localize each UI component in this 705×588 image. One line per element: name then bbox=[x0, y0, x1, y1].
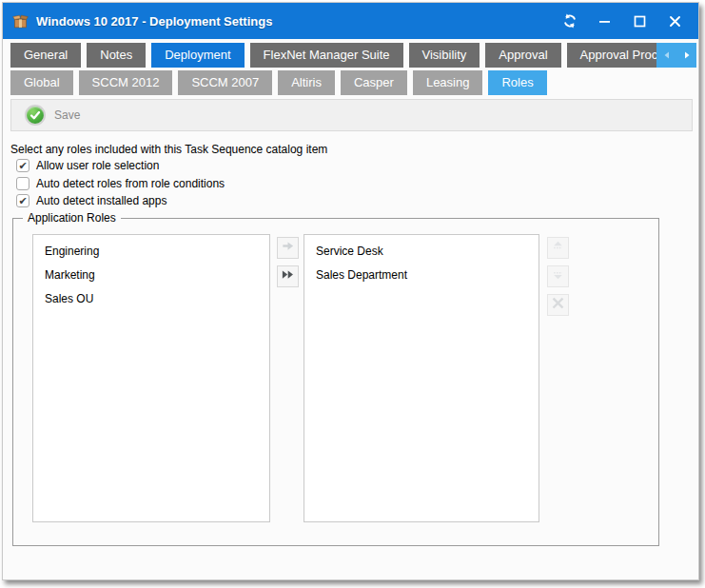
selected-roles-list[interactable]: Service Desk Sales Department bbox=[304, 234, 539, 522]
checkbox-auto-detect-roles-from-role-conditions[interactable]: Auto detect roles from role conditions bbox=[16, 176, 225, 191]
available-roles-list[interactable]: Enginering Marketing Sales OU bbox=[32, 234, 270, 522]
checkbox-label: Allow user role selection bbox=[36, 159, 159, 172]
remove-button[interactable] bbox=[547, 294, 569, 316]
window-title: Windows 10 2017 - Deployment Settings bbox=[36, 14, 272, 29]
tab-row-secondary: Global SCCM 2012 SCCM 2007 Altiris Caspe… bbox=[10, 70, 696, 95]
close-icon[interactable] bbox=[667, 13, 683, 29]
scroll-right-icon[interactable] bbox=[678, 45, 695, 66]
tab-deployment[interactable]: Deployment bbox=[151, 43, 244, 68]
minimize-icon[interactable] bbox=[597, 13, 613, 29]
checkbox-label: Auto detect installed apps bbox=[36, 194, 166, 207]
list-item[interactable]: Sales OU bbox=[33, 287, 269, 311]
application-roles-groupbox: Application Roles Enginering Marketing S… bbox=[12, 218, 659, 546]
tab-general[interactable]: General bbox=[10, 43, 81, 68]
tab-casper[interactable]: Casper bbox=[341, 70, 407, 95]
tab-visibility[interactable]: Visibility bbox=[409, 43, 480, 68]
titlebar[interactable]: Windows 10 2017 - Deployment Settings bbox=[3, 3, 698, 39]
screen: Windows 10 2017 - Deployment Settings bbox=[0, 0, 705, 588]
maximize-icon[interactable] bbox=[632, 13, 648, 29]
tab-flexnet-manager-suite[interactable]: FlexNet Manager Suite bbox=[250, 43, 403, 68]
add-selected-button[interactable] bbox=[277, 237, 299, 259]
list-item[interactable]: Enginering bbox=[33, 240, 269, 264]
tab-roles[interactable]: Roles bbox=[488, 70, 546, 95]
list-item[interactable]: Sales Department bbox=[304, 264, 539, 287]
tab-sccm-2012[interactable]: SCCM 2012 bbox=[79, 70, 173, 95]
checkbox-box[interactable]: ✔ bbox=[16, 194, 29, 207]
package-icon bbox=[12, 13, 29, 29]
save-button[interactable]: Save bbox=[17, 102, 88, 128]
groupbox-title: Application Roles bbox=[23, 211, 121, 225]
window-controls bbox=[561, 13, 689, 29]
list-item[interactable]: Marketing bbox=[33, 264, 269, 287]
refresh-icon[interactable] bbox=[561, 13, 578, 29]
save-label: Save bbox=[54, 108, 80, 122]
toolbar: Save bbox=[10, 99, 693, 131]
tab-scroll-buttons bbox=[656, 43, 696, 68]
arrow-down-icon bbox=[551, 267, 565, 285]
checkbox-box[interactable] bbox=[16, 177, 29, 190]
tab-global[interactable]: Global bbox=[10, 70, 73, 95]
arrow-up-icon bbox=[551, 239, 565, 257]
tab-sccm-2007[interactable]: SCCM 2007 bbox=[178, 70, 272, 95]
tab-notes[interactable]: Notes bbox=[87, 43, 146, 68]
roles-instruction: Select any roles included with this Task… bbox=[10, 143, 327, 156]
add-all-button[interactable] bbox=[277, 265, 299, 287]
list-item[interactable]: Service Desk bbox=[304, 240, 539, 264]
checkbox-label: Auto detect roles from role conditions bbox=[36, 177, 225, 190]
tab-row-primary: General Notes Deployment FlexNet Manager… bbox=[10, 43, 696, 68]
checkbox-auto-detect-installed-apps[interactable]: ✔ Auto detect installed apps bbox=[16, 193, 166, 208]
checkbox-allow-user-role-selection[interactable]: ✔ Allow user role selection bbox=[16, 158, 159, 173]
tab-leasing[interactable]: Leasing bbox=[413, 70, 483, 95]
move-down-button[interactable] bbox=[547, 265, 569, 287]
deployment-settings-window: Windows 10 2017 - Deployment Settings bbox=[2, 2, 699, 580]
checkbox-box[interactable]: ✔ bbox=[16, 159, 29, 172]
arrow-right-icon bbox=[281, 239, 295, 257]
transfer-buttons bbox=[277, 237, 299, 287]
scroll-left-icon[interactable] bbox=[658, 45, 676, 66]
tab-altiris[interactable]: Altiris bbox=[278, 70, 335, 95]
move-up-button[interactable] bbox=[547, 237, 569, 259]
x-icon bbox=[551, 296, 565, 314]
check-circle-icon bbox=[25, 105, 46, 126]
double-arrow-right-icon bbox=[281, 267, 295, 285]
order-buttons bbox=[547, 237, 569, 316]
tab-approval[interactable]: Approval bbox=[485, 43, 560, 68]
